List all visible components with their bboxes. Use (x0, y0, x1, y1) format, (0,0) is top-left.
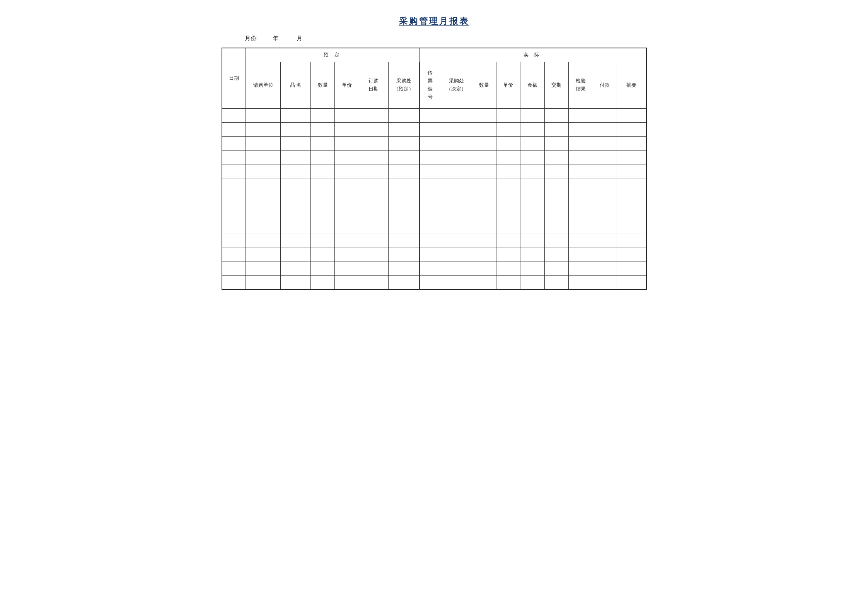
month-month-blank (285, 35, 294, 42)
header-product-name: 品 名 (280, 62, 310, 108)
header-date: 日期 (222, 48, 246, 108)
header-summary: 摘要 (617, 62, 646, 108)
header-request-unit: 请购单位 (246, 62, 280, 108)
month-unit: 月 (297, 35, 302, 42)
table-row (222, 108, 646, 122)
header-payment: 付款 (593, 62, 617, 108)
year-label: 年 (273, 35, 278, 42)
month-label: 月份: (245, 35, 258, 42)
header-order-date: 订购 日期 (359, 62, 388, 108)
table-row (222, 234, 646, 248)
header-act-quantity: 数量 (472, 62, 496, 108)
table-row (222, 220, 646, 234)
header-purchase-dec: 采购处 （决定） (441, 62, 472, 108)
header-unit-price: 单价 (335, 62, 359, 108)
table-row (222, 262, 646, 275)
table-row (222, 164, 646, 178)
header-delivery: 交期 (544, 62, 568, 108)
table-row (222, 122, 646, 136)
page-title: 采购管理月报表 (222, 15, 647, 27)
table-row (222, 136, 646, 150)
month-row: 月份: 年 月 (222, 35, 647, 42)
header-invoice: 传 票 编 号 (420, 62, 441, 108)
table-row (222, 192, 646, 206)
section-actual: 实 际 (420, 48, 646, 62)
header-purchase-pre: 采购处 （预定） (388, 62, 419, 108)
section-planned: 预 定 (246, 48, 420, 62)
header-inspect: 检验 结果 (569, 62, 593, 108)
month-year-blank (262, 35, 271, 42)
page-container: 采购管理月报表 月份: 年 月 日期 预 定 实 际 请购单位 品 名 数量 单… (222, 15, 647, 290)
table-row (222, 248, 646, 262)
table-row (222, 150, 646, 164)
header-quantity: 数量 (310, 62, 334, 108)
table-row (222, 206, 646, 220)
table-row (222, 275, 646, 289)
header-act-unit-price: 单价 (496, 62, 520, 108)
header-amount: 金额 (520, 62, 544, 108)
table-row (222, 178, 646, 192)
main-table: 日期 预 定 实 际 请购单位 品 名 数量 单价 订购 日期 采购处 （预定） (222, 48, 647, 290)
